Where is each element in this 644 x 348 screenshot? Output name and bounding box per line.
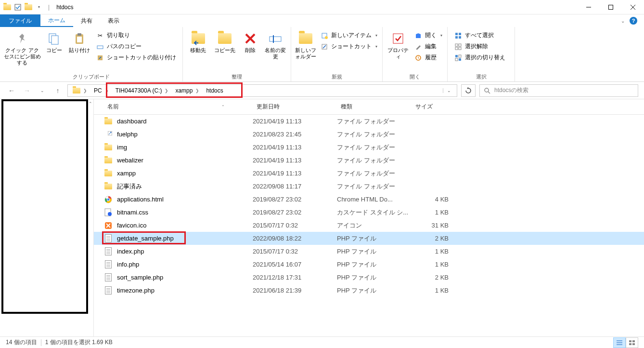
delete-label: 削除: [245, 47, 256, 54]
svg-rect-22: [459, 33, 461, 35]
breadcrumb[interactable]: ❯ PC❯ TIH0447300A (C:)❯ xampp❯ htdocs ⌄: [67, 84, 457, 97]
select-none-label: 選択解除: [465, 42, 488, 51]
file-row[interactable]: info.php2021/05/14 16:07PHP ファイル1 KB: [94, 258, 644, 271]
copy-path-button[interactable]: パスのコピー: [94, 42, 178, 51]
file-row[interactable]: getdate_sample.php2022/09/08 18:22PHP ファ…: [94, 232, 644, 245]
svg-point-17: [325, 36, 328, 39]
new-item-label: 新しいアイテム: [331, 31, 372, 40]
column-type[interactable]: 種類: [337, 103, 412, 111]
recent-locations-button[interactable]: ⌄: [37, 85, 48, 96]
copy-button[interactable]: コピー: [43, 29, 64, 54]
cut-button[interactable]: ✂切り取り: [94, 31, 178, 40]
svg-line-34: [488, 92, 490, 94]
details-view-button[interactable]: [613, 337, 626, 348]
breadcrumb-dropdown-icon[interactable]: ⌄: [443, 88, 455, 93]
file-icon: [103, 286, 113, 295]
maximize-button[interactable]: [600, 0, 622, 14]
rename-button[interactable]: 名前の変更: [263, 29, 288, 60]
file-name: dashboard: [117, 118, 146, 125]
search-input[interactable]: htdocsの検索: [479, 84, 638, 97]
tab-view[interactable]: 表示: [100, 14, 127, 27]
copy-to-label: コピー先: [214, 47, 235, 54]
collapse-ribbon-icon[interactable]: ⌄: [621, 18, 625, 24]
bc-pc[interactable]: PC❯: [91, 85, 112, 96]
svg-rect-9: [77, 37, 82, 42]
paste-button[interactable]: 貼り付け: [66, 29, 92, 54]
move-to-button[interactable]: 移動先: [186, 29, 210, 54]
svg-rect-24: [459, 36, 461, 39]
tab-share[interactable]: 共有: [73, 14, 100, 27]
file-row[interactable]: webalizer2021/04/19 11:13ファイル フォルダー: [94, 154, 644, 167]
file-row[interactable]: applications.html2019/08/27 23:02Chrome …: [94, 193, 644, 206]
file-row[interactable]: sort_sample.php2021/12/18 17:31PHP ファイル2…: [94, 271, 644, 284]
navigation-pane[interactable]: ⌃: [0, 99, 94, 336]
open-label: 開く: [425, 31, 437, 40]
bc-xampp-label: xampp: [175, 87, 193, 94]
file-row[interactable]: timezone.php2021/06/18 21:39PHP ファイル1 KB: [94, 284, 644, 297]
paste-icon: [72, 31, 87, 46]
qat-dropdown-icon[interactable]: ▾: [35, 3, 43, 12]
invert-selection-button[interactable]: 選択の切り替え: [452, 53, 507, 62]
new-folder-button[interactable]: 新しいフォルダー: [294, 29, 317, 60]
qat-folder-icon[interactable]: [24, 3, 33, 12]
new-group-label: 新規: [294, 72, 379, 80]
file-type: ファイル フォルダー: [337, 130, 412, 139]
file-size: 1 KB: [412, 287, 452, 294]
paste-shortcut-button[interactable]: ショートカットの貼り付け: [94, 53, 178, 62]
select-all-button[interactable]: すべて選択: [452, 31, 507, 40]
help-icon[interactable]: ?: [630, 17, 637, 25]
refresh-button[interactable]: [461, 84, 476, 97]
column-name[interactable]: 名前⌃: [103, 103, 253, 111]
select-group-label: 選択: [451, 72, 512, 80]
bc-htdocs[interactable]: htdocs: [203, 85, 226, 96]
up-button[interactable]: ↑: [52, 85, 64, 96]
paste-shortcut-label: ショートカットの貼り付け: [107, 54, 176, 62]
file-row[interactable]: index.php2015/07/17 0:32PHP ファイル1 KB: [94, 245, 644, 258]
thumbnails-view-button[interactable]: [626, 337, 638, 348]
column-size[interactable]: サイズ: [412, 103, 452, 111]
bc-drive[interactable]: TIH0447300A (C:)❯: [113, 85, 172, 96]
svg-rect-19: [393, 34, 403, 43]
qat-properties-icon[interactable]: [13, 3, 22, 12]
file-row[interactable]: img2021/04/19 11:13ファイル フォルダー: [94, 141, 644, 154]
file-row[interactable]: xampp2021/04/19 11:13ファイル フォルダー: [94, 167, 644, 180]
file-row[interactable]: 記事済み2022/09/08 11:17ファイル フォルダー: [94, 180, 644, 193]
ribbon-tab-row: ファイル ホーム 共有 表示 ⌄ ?: [0, 14, 644, 27]
edit-button[interactable]: 編集: [412, 42, 444, 51]
file-row[interactable]: fuelphp2021/08/23 21:45ファイル フォルダー: [94, 128, 644, 141]
tab-file[interactable]: ファイル: [0, 14, 40, 27]
file-name: getdate_sample.php: [117, 235, 174, 242]
close-button[interactable]: [622, 0, 644, 14]
bc-folder-icon[interactable]: ❯: [70, 85, 90, 96]
file-row[interactable]: bitnami.css2019/08/27 23:02カスケード スタイル シ.…: [94, 206, 644, 219]
new-item-button[interactable]: 新しいアイテム▾: [319, 31, 379, 40]
file-date: 2021/04/19 11:13: [253, 170, 337, 177]
paste-label: 貼り付け: [69, 47, 90, 54]
minimize-button[interactable]: [578, 0, 600, 14]
copy-to-button[interactable]: コピー先: [212, 29, 237, 54]
bc-xampp[interactable]: xampp❯: [172, 85, 202, 96]
open-button[interactable]: 開く▾: [412, 31, 444, 40]
copy-to-icon: [217, 31, 232, 46]
new-item-icon: [321, 32, 328, 40]
file-row[interactable]: favicon.ico2015/07/17 0:32アイコン31 KB: [94, 219, 644, 232]
new-shortcut-button[interactable]: ショートカット▾: [319, 42, 379, 51]
file-type: PHP ファイル: [337, 247, 412, 256]
forward-button[interactable]: →: [21, 85, 33, 96]
file-row[interactable]: dashboard2021/04/19 11:13ファイル フォルダー: [94, 115, 644, 128]
file-date: 2022/09/08 18:22: [253, 235, 337, 242]
pin-to-quick-access-button[interactable]: クイック アクセスにピン留めする: [3, 29, 41, 67]
properties-button[interactable]: プロパティ: [386, 29, 411, 60]
select-none-button[interactable]: 選択解除: [452, 42, 507, 51]
file-name: favicon.ico: [117, 222, 146, 229]
back-button[interactable]: ←: [6, 85, 17, 96]
column-date[interactable]: 更新日時: [253, 103, 337, 111]
tab-home[interactable]: ホーム: [40, 14, 73, 27]
invert-icon: [454, 54, 462, 62]
open-icon: [414, 32, 422, 40]
file-icon: [103, 156, 113, 165]
delete-button[interactable]: 削除: [239, 29, 261, 54]
file-icon: [103, 182, 113, 191]
history-button[interactable]: 履歴: [412, 53, 444, 62]
nav-collapse-icon[interactable]: ⌃: [89, 101, 92, 106]
